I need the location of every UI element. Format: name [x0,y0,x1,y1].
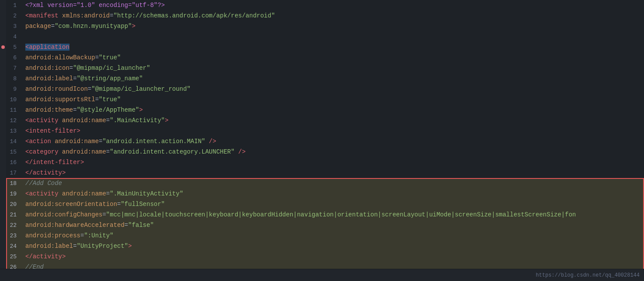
gutter-3 [0,21,6,31]
code-line-15: 15 <category android:name="android.inten… [0,147,644,157]
code-line-8: 8 android:label="@string/app_name" [0,73,644,84]
line-content-25: </activity> [24,253,66,260]
gutter-1 [0,0,6,10]
token: <?xml version="1.0" encoding="utf-8"?> [25,2,165,9]
line-number-25: 25 [6,254,24,260]
token: package [25,23,51,30]
line-content-1: <?xml version="1.0" encoding="utf-8"?> [24,2,165,9]
line-number-4: 4 [6,34,24,40]
line-content-12: <activity android:name=".MainActivity"> [24,117,169,124]
line-content-6: android:allowBackup="true" [24,54,121,61]
token: "android.intent.category.LAUNCHER" [110,148,235,155]
token: > [139,106,142,113]
token: = [125,222,128,229]
gutter-10 [0,94,6,105]
token: = [106,190,110,197]
line-number-5: 5 [6,44,24,51]
code-area[interactable]: 1<?xml version="1.0" encoding="utf-8"?>2… [0,0,644,269]
gutter-5 [0,42,6,52]
editor-container: 1<?xml version="1.0" encoding="utf-8"?>2… [0,0,644,281]
token: "false" [128,222,154,229]
token: <activity [25,117,62,124]
code-line-21: 21 android:configChanges="mcc|mnc|locale… [0,209,644,220]
token: android:theme [25,106,73,113]
code-line-19: 19 <activity android:name=".MainUnityAct… [0,188,644,199]
gutter-14 [0,136,6,147]
token: <manifest [25,12,62,19]
token: = [102,211,106,218]
token: android:label [25,243,73,250]
token: android:supportsRtl [25,96,95,103]
token: android:roundIcon [25,86,88,93]
token: = [73,243,76,250]
line-content-17: </activity> [24,169,66,176]
line-number-6: 6 [6,55,24,61]
token: </intent-filter> [25,159,84,166]
token: = [110,12,113,19]
token: = [106,117,110,124]
token: ":Unity" [84,232,113,239]
code-line-23: 23 android:process=":Unity" [0,230,644,241]
code-line-12: 12 <activity android:name=".MainActivity… [0,115,644,126]
token: "true" [99,96,121,103]
token: </activity> [25,169,66,176]
token: android:label [25,75,73,82]
token: android:name [62,148,106,155]
code-line-24: 24 android:label="UnityProject"> [0,241,644,251]
code-line-26: 26 //End [0,262,644,269]
line-number-8: 8 [6,75,24,82]
token: <action [25,138,55,145]
token: "true" [99,54,121,61]
gutter-19 [0,188,6,199]
code-line-5: 5 <application [0,42,644,52]
code-line-18: 18 //Add Code [0,178,644,188]
line-number-7: 7 [6,65,24,72]
line-content-19: <activity android:name=".MainUnityActivi… [24,190,183,197]
line-number-14: 14 [6,138,24,145]
token: android:screenOrientation [25,201,117,208]
line-content-11: android:theme="@style/AppTheme"> [24,106,143,113]
code-line-3: 3 package="com.hnzn.myunityapp"> [0,21,644,31]
token: > [165,117,168,124]
line-number-10: 10 [6,96,24,103]
gutter-11 [0,105,6,115]
code-line-13: 13 <intent-filter> [0,126,644,136]
line-content-14: <action android:name="android.intent.act… [24,138,216,145]
gutter-13 [0,126,6,136]
gutter-9 [0,84,6,94]
line-content-5: <application [24,44,69,51]
line-content-3: package="com.hnzn.myunityapp"> [24,23,135,30]
token: = [69,65,73,72]
code-line-10: 10 android:supportsRtl="true" [0,94,644,105]
token: = [106,148,110,155]
token: android:name [62,117,106,124]
line-number-11: 11 [6,107,24,113]
gutter-21 [0,209,6,220]
gutter-25 [0,251,6,262]
token: = [73,75,76,82]
code-line-25: 25 </activity> [0,251,644,262]
line-number-12: 12 [6,117,24,124]
gutter-24 [0,241,6,251]
gutter-15 [0,147,6,157]
line-number-22: 22 [6,222,24,229]
token: <application [25,44,69,51]
gutter-22 [0,220,6,230]
line-number-2: 2 [6,13,24,19]
code-line-2: 2<manifest xmlns:android="http://schemas… [0,10,644,21]
gutter-17 [0,168,6,178]
gutter-8 [0,73,6,84]
gutter-12 [0,115,6,126]
token: "UnityProject" [77,243,128,250]
line-number-15: 15 [6,149,24,155]
code-line-9: 9 android:roundIcon="@mipmap/ic_launcher… [0,84,644,94]
line-content-22: android:hardwareAccelerated="false" [24,222,154,229]
code-line-7: 7 android:icon="@mipmap/ic_launcher" [0,63,644,73]
token: android:process [25,232,80,239]
token: ".MainUnityActivity" [110,190,183,197]
line-content-16: </intent-filter> [24,159,84,166]
token: "http://schemas.android.com/apk/res/andr… [114,12,275,19]
line-number-19: 19 [6,191,24,197]
gutter-16 [0,157,6,168]
token: android:configChanges [25,211,102,218]
